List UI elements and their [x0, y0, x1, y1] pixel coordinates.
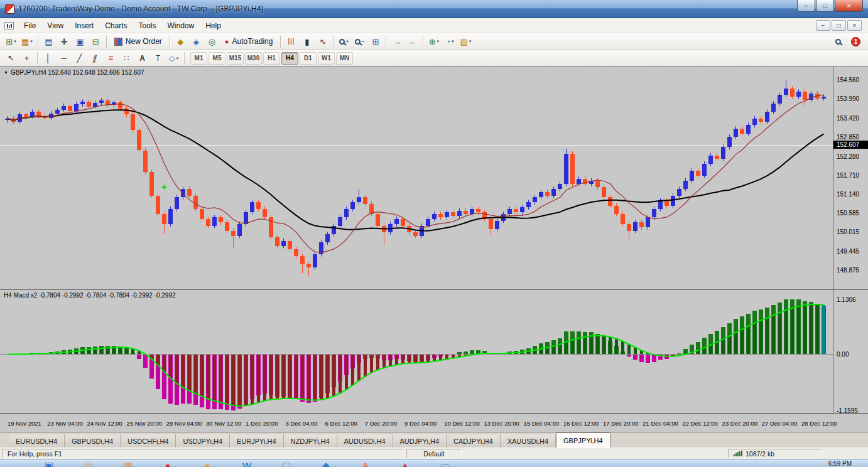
- taskbar-app-folder-icon[interactable]: ▤: [72, 459, 105, 467]
- vertical-line-button[interactable]: │: [41, 51, 55, 65]
- taskbar-app-orange-a-icon[interactable]: A: [349, 459, 382, 467]
- fibonacci-button[interactable]: ≡: [104, 51, 118, 65]
- chart-tab-nzdjpyi[interactable]: NZDJPYi,H4: [284, 434, 337, 448]
- strategy-tester-button[interactable]: ⊟: [89, 35, 103, 48]
- close-button[interactable]: ×: [835, 0, 863, 12]
- price-chart[interactable]: [0, 67, 833, 289]
- cursor-button[interactable]: ↖: [4, 51, 18, 65]
- new-chart-button[interactable]: ⊞▾: [4, 35, 18, 48]
- zoom-in-button[interactable]: +: [337, 35, 351, 48]
- menu-tools[interactable]: Tools: [133, 19, 162, 33]
- chart-tab-usdchfi[interactable]: USDCHFi,H4: [121, 434, 176, 448]
- taskbar-clock[interactable]: 6:59 PM: [828, 460, 852, 467]
- macd-axis[interactable]: 1.13060.00-1.1595: [833, 289, 868, 413]
- chart-tab-usdjpyi[interactable]: USDJPYi,H4: [176, 434, 230, 448]
- timeframe-m1-button[interactable]: M1: [190, 52, 207, 65]
- menu-insert[interactable]: Insert: [69, 19, 99, 33]
- arrows-button[interactable]: ◇▾: [166, 51, 181, 65]
- chart-tab-cadjpyi[interactable]: CADJPYi,H4: [447, 434, 501, 448]
- navigator-button[interactable]: ✚: [57, 35, 72, 48]
- tile-windows-button[interactable]: ⊞: [368, 35, 382, 48]
- menu-view[interactable]: View: [41, 19, 69, 33]
- taskbar-app-blue-diamond-icon[interactable]: ◆: [310, 459, 342, 467]
- taskbar-app-mt4-icon[interactable]: ▲: [389, 459, 421, 467]
- timeframe-h4-button[interactable]: H4: [281, 52, 298, 65]
- market-watch-button[interactable]: ▤: [41, 35, 56, 48]
- mdi-close-button[interactable]: ×: [847, 20, 862, 31]
- auto-scroll-button[interactable]: →: [389, 35, 404, 48]
- chart-tab-eurusdi[interactable]: EURUSDi,H4: [9, 434, 65, 448]
- templates-button[interactable]: ▨▾: [458, 35, 473, 48]
- timeframe-h1-button[interactable]: H1: [263, 52, 280, 65]
- taskbar-app-red-circle-icon[interactable]: ●: [151, 459, 184, 467]
- autotrading-button[interactable]: ● AutoTrading: [220, 35, 278, 48]
- menu-charts[interactable]: Charts: [99, 19, 133, 33]
- metaeditor-button[interactable]: ◆: [173, 35, 188, 48]
- chart-tab-gbpusdi[interactable]: GBPUSDi,H4: [65, 434, 121, 448]
- macd-chart[interactable]: [0, 290, 833, 413]
- chart-tab-audusdi[interactable]: AUDUSDi,H4: [337, 434, 393, 448]
- taskbar-app-monitor-icon[interactable]: ▭: [428, 459, 461, 467]
- channel-button[interactable]: ∥: [88, 51, 102, 65]
- cycle-lines-button[interactable]: ∷: [119, 51, 134, 65]
- chart-tab-xauusdi[interactable]: XAUUSDi,H4: [501, 434, 556, 448]
- zoom-out-button[interactable]: −: [352, 35, 367, 48]
- restore-button[interactable]: □: [816, 0, 834, 12]
- chart-tabs: EURUSDi,H4GBPUSDi,H4USDCHFi,H4USDJPYi,H4…: [9, 432, 610, 448]
- separator: [333, 36, 334, 48]
- chevron-down-icon: ▾: [30, 39, 33, 44]
- timeframe-w1-button[interactable]: W1: [318, 52, 335, 65]
- chart-tab-audjpyi[interactable]: AUDJPYi,H4: [393, 434, 447, 448]
- chart-system-menu-icon[interactable]: [4, 22, 14, 30]
- new-chart-icon: ⊞: [6, 38, 13, 46]
- chart-tab-eurjpyi[interactable]: EURJPYi,H4: [230, 434, 284, 448]
- taskbar-app-orange-a-icon-glyph: A: [362, 459, 369, 467]
- taskbar-app-window-icon[interactable]: ▣: [33, 459, 65, 467]
- line-chart-button[interactable]: ∿: [315, 35, 330, 48]
- timeframe-m15-button[interactable]: M15: [227, 52, 244, 65]
- timeframe-mn-button[interactable]: MN: [336, 52, 353, 65]
- price-axis[interactable]: 154.560153.990153.420152.850152.280151.7…: [833, 67, 868, 289]
- crosshair-button[interactable]: +: [19, 51, 34, 65]
- taskbar-app-files-icon[interactable]: ▥: [112, 459, 144, 467]
- search-button[interactable]: [831, 35, 845, 48]
- mdi-minimize-button[interactable]: −: [816, 20, 830, 31]
- data-window-button[interactable]: ▣: [73, 35, 87, 48]
- text-label-button[interactable]: T: [151, 51, 165, 65]
- menu-file[interactable]: File: [18, 19, 41, 33]
- new-order-icon: [114, 38, 122, 46]
- trendline-button[interactable]: ╱: [72, 51, 87, 65]
- time-axis-label: 17 Dec 20:00: [603, 420, 639, 427]
- timeframe-m30-button[interactable]: M30: [245, 52, 262, 65]
- expert-advisors-button[interactable]: ◈: [189, 35, 203, 48]
- chart-shift-button[interactable]: ←: [405, 35, 420, 48]
- time-axis[interactable]: 19 Nov 202123 Nov 04:0024 Nov 12:0025 No…: [0, 413, 868, 432]
- chevron-down-icon: ▾: [452, 39, 454, 44]
- menu-help[interactable]: Help: [200, 19, 227, 33]
- time-axis-label: 23 Nov 04:00: [47, 420, 83, 427]
- taskbar-app-word-icon[interactable]: W: [231, 459, 263, 467]
- chart-tab-gbpjpyi[interactable]: GBPJPYi,H4: [556, 432, 610, 448]
- horizontal-line-button[interactable]: ─: [57, 51, 71, 65]
- periods-button[interactable]: ◔▾: [442, 35, 457, 48]
- mdi-restore-button[interactable]: □: [832, 20, 846, 31]
- candlestick-chart-button[interactable]: ▮: [300, 35, 314, 48]
- collapse-triangle-icon[interactable]: ▼: [4, 70, 8, 75]
- indicators-button[interactable]: ⊕▾: [426, 35, 441, 48]
- new-order-button[interactable]: New Order: [109, 35, 167, 48]
- bar-chart-button[interactable]: |||: [284, 35, 298, 48]
- profiles-button[interactable]: ▦▾: [19, 35, 35, 48]
- time-axis-label: 13 Dec 20:00: [484, 420, 519, 427]
- timeframe-d1-button[interactable]: D1: [300, 52, 317, 65]
- zoom-in-icon: [339, 39, 345, 45]
- minimize-button[interactable]: −: [797, 0, 815, 12]
- horizontal-line-icon: ─: [61, 54, 67, 62]
- scripts-button[interactable]: ◎: [205, 35, 219, 48]
- timeframe-m5-button[interactable]: M5: [209, 52, 225, 65]
- taskbar-app-gold-icon[interactable]: ●: [191, 459, 224, 467]
- text-tool-button[interactable]: A: [135, 51, 149, 65]
- taskbar-app-gray-icon[interactable]: ▢: [270, 459, 303, 467]
- menu-window[interactable]: Window: [162, 19, 200, 33]
- notifications-badge[interactable]: 1: [851, 37, 860, 46]
- status-profile[interactable]: Default: [406, 449, 462, 458]
